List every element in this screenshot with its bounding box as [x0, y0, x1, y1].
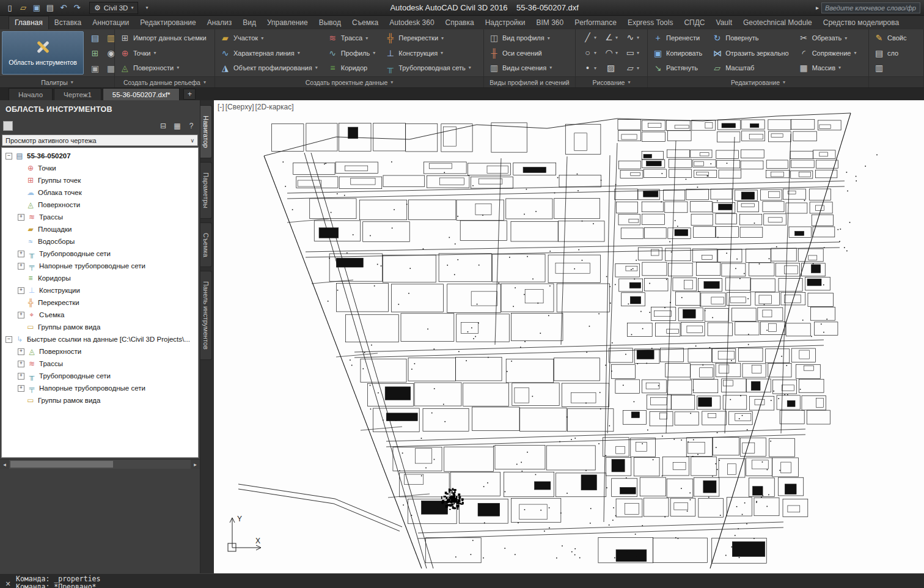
tree-item[interactable]: +╥Трубопроводные сети — [2, 370, 198, 382]
new-file-icon[interactable]: ▯ — [4, 2, 16, 13]
button-layer[interactable]: ▤сло — [871, 46, 909, 61]
button-points[interactable]: ⊕Точки▾ — [117, 46, 210, 61]
expand-icon[interactable]: + — [18, 287, 24, 294]
scrollbar-thumb[interactable] — [10, 461, 113, 468]
redo-icon[interactable]: ↷ — [71, 2, 83, 13]
button-region[interactable]: ▱▾ — [620, 61, 644, 75]
ribbon-panel-caption[interactable]: Создать проектные данные▾ — [215, 76, 483, 87]
button-panorama[interactable]: ▥ — [103, 31, 114, 45]
expand-icon[interactable]: + — [18, 348, 24, 355]
button-feature-line[interactable]: ∿Характерная линия▾ — [217, 46, 321, 61]
button-parcel[interactable]: ▰Участок▾ — [217, 31, 321, 45]
ribbon-tab[interactable]: Справка — [440, 17, 480, 29]
expand-icon[interactable]: + — [18, 263, 24, 270]
undo-icon[interactable]: ↶ — [57, 2, 70, 13]
ribbon-tab[interactable]: Съемка — [346, 17, 384, 29]
tree-item[interactable]: +╥Трубопроводные сети — [2, 248, 198, 260]
ribbon-tab[interactable]: Autodesk 360 — [384, 17, 439, 29]
button-point[interactable]: •▾ — [578, 61, 601, 75]
side-tab[interactable]: Навигатор — [200, 105, 212, 158]
ribbon-tab[interactable]: Performance — [569, 17, 622, 29]
button-circle[interactable]: ○▾ — [578, 45, 601, 60]
button-hatch[interactable]: ▨ — [599, 61, 623, 75]
button-scale[interactable]: ▱Масштаб — [709, 61, 791, 75]
ribbon-tab[interactable]: Vault — [711, 17, 738, 29]
button-alignment[interactable]: ≋Трасса▾ — [324, 31, 379, 45]
tree-item[interactable]: ⊞Группы точек — [2, 174, 198, 186]
tree-item[interactable]: −▤55-36-050207 — [2, 150, 198, 162]
button-curve[interactable]: ∿▾ — [620, 30, 644, 45]
button-profile-view[interactable]: ◫Вид профиля▾ — [486, 31, 555, 45]
tree-item[interactable]: +≋Трассы — [2, 358, 198, 370]
viewport-visual-style-control[interactable]: [2D-каркас] — [255, 103, 293, 111]
button-toolspace[interactable]: Область инструментов — [2, 31, 84, 75]
button-sample-lines[interactable]: ╫Оси сечений — [486, 46, 555, 61]
tree-item[interactable]: ≈Водосборы — [2, 235, 198, 248]
button-profile[interactable]: ∿Профиль▾ — [324, 46, 379, 61]
tree-item[interactable]: ◬Поверхности — [2, 199, 198, 211]
save-file-icon[interactable]: ▣ — [31, 2, 43, 13]
ucs-icon[interactable]: Y X — [224, 512, 266, 555]
button-layer-state[interactable]: ▥ — [871, 61, 909, 75]
tree-item[interactable]: ▰Площадки — [2, 223, 198, 235]
ribbon-panel-caption[interactable]: Создать данные рельефа▾ — [115, 76, 215, 87]
button-arc[interactable]: ◠▾ — [599, 45, 623, 60]
tree-item[interactable]: +⌖Съемка — [2, 309, 198, 321]
button-grading[interactable]: ◮Объект профилирования▾ — [217, 61, 321, 75]
tree-item[interactable]: +⊥Конструкции — [2, 284, 198, 296]
button-pipe-network[interactable]: ╥Трубопроводная сеть▾ — [382, 61, 474, 75]
button-array[interactable]: ▦Массив▾ — [796, 61, 860, 75]
ribbon-tab[interactable]: Редактирование — [134, 17, 201, 29]
scroll-right-icon[interactable]: ▸ — [191, 460, 200, 469]
button-properties-palette[interactable]: ▤ — [87, 31, 103, 45]
ribbon-tab[interactable]: Express Tools — [622, 17, 678, 29]
button-survey-palette[interactable]: ⊞ — [87, 46, 103, 61]
tree-item[interactable]: +╤Напорные трубопроводные сети — [2, 260, 198, 272]
tree-item[interactable]: ▭Группы рамок вида — [2, 394, 198, 406]
tree-item[interactable]: ╬Перекрестки — [2, 296, 198, 309]
expand-icon[interactable]: + — [18, 373, 24, 380]
view-selector-dropdown[interactable]: Просмотр активного чертежа ∨ — [2, 134, 198, 146]
ribbon-tab[interactable]: СПДС — [678, 17, 710, 29]
tree-item[interactable]: ▭Группы рамок вида — [2, 321, 198, 333]
button-match-properties[interactable]: ✎Свойс — [871, 31, 909, 45]
arrow-right-icon[interactable]: ▸ — [816, 4, 819, 11]
workspace-selector[interactable]: ⚙ Civil 3D ▾ — [89, 2, 138, 14]
help-icon[interactable]: ? — [186, 120, 197, 131]
expand-icon[interactable]: + — [18, 214, 24, 221]
expand-icon[interactable]: + — [18, 251, 24, 257]
button-corridor[interactable]: ≡Коридор — [324, 61, 379, 75]
button-copy[interactable]: ▣Копировать — [650, 46, 705, 61]
tree-item[interactable]: ☁Облака точек — [2, 186, 198, 199]
document-tab[interactable]: 55-36-050207.dxf* — [103, 88, 180, 100]
search-input[interactable] — [821, 2, 920, 13]
tree-item[interactable]: −↳Быстрые ссылки на данные [C:\Civil 3D … — [2, 333, 198, 345]
toolspace-grip[interactable] — [3, 121, 13, 131]
ribbon-tab[interactable]: Надстройки — [480, 17, 531, 29]
button-surfaces[interactable]: ◬Поверхности▾ — [117, 61, 210, 75]
side-tab[interactable]: Съемка — [200, 222, 212, 268]
button-rectangle[interactable]: ▭▾ — [620, 45, 644, 60]
command-line[interactable]: ✕ Команда: _properties Команда: *Прерван… — [0, 573, 924, 588]
close-icon[interactable]: ✕ — [0, 574, 16, 588]
button-polyline[interactable]: ∠▾ — [599, 30, 623, 45]
ribbon-panel-caption[interactable]: Виды профилей и сечений — [484, 76, 575, 87]
button-rotate[interactable]: ↻Повернуть — [709, 31, 791, 45]
ribbon-tab[interactable]: Средство моделирова — [818, 17, 904, 29]
display-order-icon[interactable]: ⊟ — [158, 120, 169, 131]
ribbon-tab[interactable]: Анализ — [202, 17, 238, 29]
tree-item[interactable]: ⊕Точки — [2, 162, 198, 174]
button-trim[interactable]: ✂Обрезать▾ — [796, 31, 860, 45]
drawing-canvas[interactable] — [214, 100, 924, 573]
ribbon-panel-caption[interactable] — [869, 76, 923, 87]
viewport-view-control[interactable]: [Сверху] — [226, 103, 254, 111]
ribbon-tab[interactable]: Вывод — [314, 17, 346, 29]
side-tab[interactable]: Параметры — [200, 162, 212, 219]
palette-icon[interactable]: ▦ — [172, 120, 183, 131]
open-file-icon[interactable]: ▱ — [17, 2, 29, 13]
ribbon-tab[interactable]: BIM 360 — [531, 17, 570, 29]
expand-icon[interactable]: + — [18, 312, 24, 318]
expand-icon[interactable]: + — [18, 385, 24, 392]
ribbon-tab[interactable]: Аннотации — [87, 17, 134, 29]
button-section-views[interactable]: ▥Виды сечения▾ — [486, 61, 555, 75]
